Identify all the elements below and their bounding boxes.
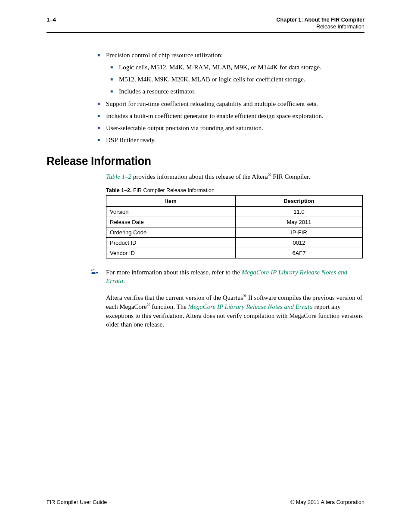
table-number: Table 1–2. [106,187,132,193]
col-header-description: Description [236,195,363,206]
list-item: Logic cells, M512, M4K, M-RAM, MLAB, M9K… [119,63,364,72]
cell-item: Ordering Code [106,227,236,237]
footer-left: FIR Compiler User Guide [47,499,107,505]
footer-right: © May 2011 Altera Corporation [290,499,364,505]
table-row: Ordering Code IP-FIR [106,227,363,237]
page-footer: FIR Compiler User Guide © May 2011 Alter… [47,499,364,505]
page-number: 1–4 [47,16,56,23]
list-text: Precision control of chip resource utili… [106,52,223,59]
section-heading: Release Information [47,154,339,168]
intro-text: provides information about this release … [131,173,268,180]
list-text: DSP Builder ready. [106,137,156,143]
cell-item: Product ID [106,237,236,248]
cell-desc: IP-FIR [236,227,363,237]
header-section: Release Information [277,23,364,30]
cell-item: Version [106,206,236,217]
list-item: M512, M4K, M9K, M20K, MLAB or logic cell… [119,75,364,84]
bullet-list-block: Precision control of chip resource utili… [106,51,364,145]
list-item: Includes a resource estimator. [119,87,364,96]
info-icon [47,268,106,277]
cell-desc: 11.0 [236,206,363,217]
release-notes-link[interactable]: MegaCore IP Library Release Notes and Er… [188,303,313,310]
intro-paragraph: Table 1–2 provides information about thi… [106,172,364,180]
registered-symbol: ® [268,172,271,177]
cell-desc: 6AF7 [236,248,363,258]
para-text: function. The [150,303,188,310]
table-header-row: Item Description [106,195,363,206]
cell-desc: May 2011 [236,217,363,227]
table-reference-link[interactable]: Table 1–2 [106,173,131,180]
registered-symbol: ® [147,302,150,307]
table-caption: Table 1–2. FIR Compiler Release Informat… [106,187,364,193]
chapter-title: Chapter 1: About the FIR Compiler [277,16,364,23]
list-text: Includes a built-in coefficient generato… [106,112,324,119]
list-text: User-selectable output precision via rou… [106,124,263,131]
cell-desc: 0012 [236,237,363,248]
table-row: Product ID 0012 [106,237,363,248]
col-header-item: Item [106,195,236,206]
info-note: For more information about this release,… [47,268,364,286]
svg-point-1 [96,272,98,273]
list-text: M512, M4K, M9K, M20K, MLAB or logic cell… [119,76,305,83]
list-text: Support for run-time coefficient reloadi… [106,100,318,107]
intro-tail: FIR Compiler. [271,173,310,180]
cell-item: Release Date [106,217,236,227]
body-paragraph: Altera verifies that the current version… [106,293,364,329]
note-post: . [123,277,125,284]
list-text: Logic cells, M512, M4K, M-RAM, MLAB, M9K… [119,64,321,71]
page-header: 1–4 Chapter 1: About the FIR Compiler Re… [47,16,364,33]
svg-point-2 [91,269,92,271]
note-pre: For more information about this release,… [106,269,242,276]
registered-symbol: ® [243,293,246,298]
table-caption-text: FIR Compiler Release Information [133,187,215,193]
release-info-table: Item Description Version 11.0 Release Da… [106,195,363,258]
list-item: Support for run-time coefficient reloadi… [106,100,364,108]
svg-point-0 [91,272,96,274]
note-text: For more information about this release,… [106,268,364,286]
list-text: Includes a resource estimator. [119,88,196,95]
list-item: DSP Builder ready. [106,136,364,144]
table-row: Vendor ID 6AF7 [106,248,363,258]
table-row: Release Date May 2011 [106,217,363,227]
svg-point-3 [93,269,95,270]
cell-item: Vendor ID [106,248,236,258]
list-item: Includes a built-in coefficient generato… [106,112,364,120]
table-row: Version 11.0 [106,206,363,217]
list-item: User-selectable output precision via rou… [106,124,364,132]
header-right: Chapter 1: About the FIR Compiler Releas… [277,16,364,31]
para-text: Altera verifies that the current version… [106,294,243,301]
list-item: Precision control of chip resource utili… [106,51,364,96]
